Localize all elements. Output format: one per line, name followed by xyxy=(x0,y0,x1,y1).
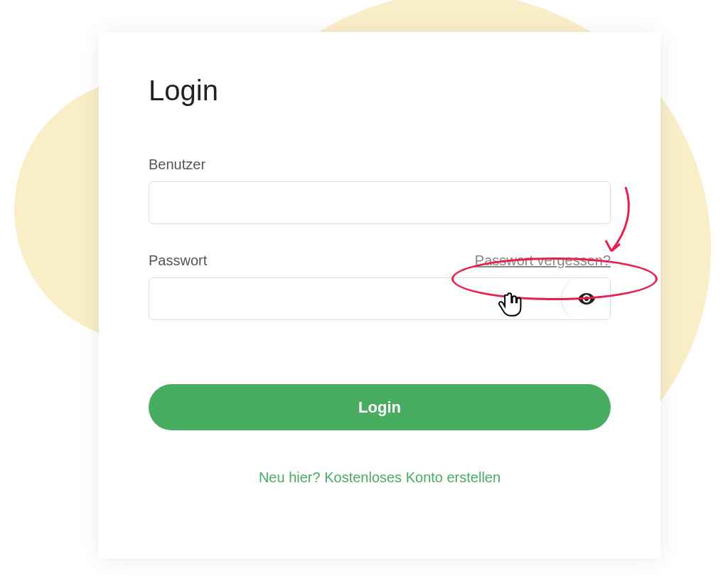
username-label: Benutzer xyxy=(149,156,205,173)
password-label: Passwort xyxy=(149,253,207,269)
password-field-group: Passwort Passwort vergessen? xyxy=(149,253,611,320)
signup-link[interactable]: Neu hier? Kostenloses Konto erstellen xyxy=(149,469,611,486)
forgot-password-link[interactable]: Passwort vergessen? xyxy=(475,253,611,269)
login-button[interactable]: Login xyxy=(149,384,611,430)
toggle-password-visibility-button[interactable] xyxy=(561,277,611,320)
username-field-group: Benutzer xyxy=(149,156,611,224)
page-title: Login xyxy=(149,75,611,107)
login-card: Login Benutzer Passwort Passwort vergess… xyxy=(99,32,660,558)
password-input[interactable] xyxy=(149,277,611,320)
username-input[interactable] xyxy=(149,181,611,224)
eye-icon xyxy=(577,290,596,308)
